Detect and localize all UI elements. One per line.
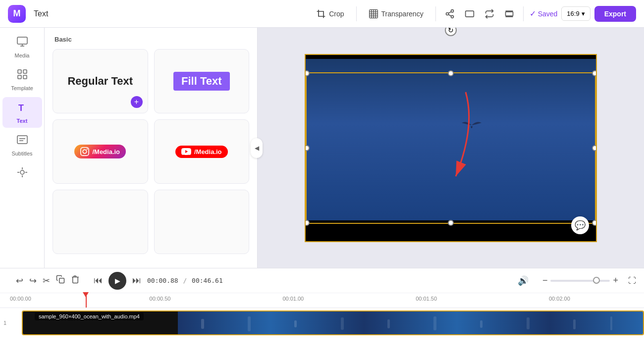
chat-button[interactable]: 💬	[571, 216, 589, 234]
subtitles-icon	[16, 134, 28, 149]
tick-1: 00:00.50	[150, 296, 171, 302]
youtube-badge: /Media.io	[175, 146, 228, 158]
svg-point-27	[20, 170, 24, 174]
undo-button[interactable]: ↩	[16, 275, 23, 286]
aspect-icon-btn[interactable]	[462, 6, 478, 22]
export-button[interactable]: Export	[594, 6, 636, 22]
zoom-in-button[interactable]: +	[613, 275, 618, 286]
text-icon: T	[16, 101, 28, 116]
track-content[interactable]: sample_960×400_ocean_with_audio.mp4	[22, 310, 644, 335]
volume-button[interactable]: 🔊	[518, 275, 529, 286]
copy-button[interactable]	[56, 275, 65, 286]
text-panel: Basic Regular Text + Fill Text /Media.io	[45, 28, 258, 268]
template-label: Template	[11, 85, 33, 91]
empty-text-card-2[interactable]	[154, 190, 250, 254]
handle-top-left[interactable]	[305, 70, 310, 76]
svg-point-7	[451, 9, 453, 12]
handle-mid-right[interactable]	[592, 145, 597, 151]
add-regular-text-button[interactable]: +	[131, 96, 143, 108]
tick-4: 00:02.00	[549, 296, 570, 302]
loop-icon	[484, 9, 494, 19]
play-button[interactable]: ▶	[108, 272, 126, 290]
sidebar-item-template[interactable]: Template	[2, 64, 42, 95]
tick-0: 00:00.00	[10, 296, 31, 302]
svg-rect-21	[18, 75, 21, 79]
canvas-wrapper: ↻	[305, 54, 597, 242]
svg-text:T: T	[18, 103, 24, 113]
handle-bot-center[interactable]	[448, 220, 454, 226]
handle-bot-left[interactable]	[305, 220, 310, 226]
saved-indicator: ✓ Saved	[530, 9, 558, 18]
handle-bot-right[interactable]	[592, 220, 597, 226]
zoom-thumb[interactable]	[593, 277, 600, 284]
svg-point-8	[446, 12, 448, 15]
delete-button[interactable]	[71, 275, 80, 286]
svg-rect-20	[23, 70, 27, 73]
youtube-text-card[interactable]: /Media.io	[154, 119, 250, 184]
svg-line-10	[448, 14, 451, 16]
expand-timeline-button[interactable]: ⛶	[628, 276, 636, 285]
toolbar-tools: Crop Transparency	[310, 6, 636, 22]
bottom-section: ↩ ↪ ✂ ⏮ ▶ ⏭ 00:00.88 / 00:46.61 🔊	[0, 268, 644, 362]
handle-mid-left[interactable]	[305, 145, 310, 151]
instagram-icon	[80, 147, 89, 156]
media-icon	[16, 36, 28, 51]
handle-top-right[interactable]	[592, 70, 597, 76]
cut-button[interactable]: ✂	[43, 275, 50, 286]
playhead-marker	[83, 292, 89, 297]
zoom-controls: − +	[542, 275, 618, 286]
sidebar-item-media[interactable]: Media	[2, 32, 42, 62]
fill-text-label: Fill Text	[173, 72, 230, 91]
transparency-button[interactable]: Transparency	[363, 6, 429, 22]
main-area: Media Template T Text	[0, 28, 644, 268]
canvas-area: ◀ ↻	[258, 28, 644, 268]
playback-bar: ↩ ↪ ✂ ⏮ ▶ ⏭ 00:00.88 / 00:46.61 🔊	[0, 268, 644, 293]
timeline-track: 1 sample_960×400_ocean_with_audio.mp4	[0, 308, 644, 338]
fill-text-card[interactable]: Fill Text	[154, 49, 250, 113]
handle-top-center[interactable]	[448, 70, 454, 76]
playhead[interactable]	[86, 293, 87, 308]
svg-rect-12	[465, 11, 474, 17]
timeline-ruler: 00:00.00 00:00.50 00:01.00 00:01.50 00:0…	[0, 293, 644, 308]
current-time-display: 00:00.88 / 00:46.61	[147, 277, 223, 284]
svg-rect-16	[17, 37, 27, 44]
svg-rect-29	[59, 278, 64, 283]
aspect-icon	[465, 9, 475, 19]
timeline-section: 00:00.00 00:00.50 00:01.00 00:01.50 00:0…	[0, 293, 644, 362]
svg-rect-22	[23, 75, 27, 79]
template-icon	[16, 68, 28, 83]
fit-icon	[504, 9, 514, 19]
sidebar-item-effects[interactable]	[2, 162, 42, 185]
zoom-slider[interactable]	[550, 280, 610, 282]
instagram-text-card[interactable]: /Media.io	[53, 119, 148, 184]
aspect-ratio-selector[interactable]: 16:9 ▾	[561, 6, 590, 21]
share-icon-btn[interactable]	[442, 6, 458, 22]
transparency-icon	[369, 9, 378, 19]
track-number: 1	[0, 320, 10, 326]
share-icon	[445, 9, 455, 19]
rotate-handle[interactable]: ↻	[445, 28, 457, 36]
empty-text-card-1[interactable]	[53, 190, 148, 254]
media-label: Media	[15, 52, 30, 58]
skip-back-button[interactable]: ⏮	[94, 275, 103, 286]
panel-section-header: Basic	[45, 28, 257, 49]
sidebar-item-subtitles[interactable]: Subtitles	[2, 130, 42, 160]
text-label: Text	[17, 118, 28, 124]
collapse-panel-button[interactable]: ◀	[251, 138, 263, 158]
page-title: Text	[34, 9, 48, 18]
video-canvas	[305, 54, 597, 242]
zoom-out-button[interactable]: −	[542, 275, 548, 286]
redo-button[interactable]: ↪	[29, 275, 37, 286]
fit-icon-btn[interactable]	[501, 6, 517, 22]
subtitles-label: Subtitles	[11, 151, 32, 156]
svg-rect-19	[18, 70, 21, 73]
svg-line-11	[448, 11, 451, 13]
regular-text-card[interactable]: Regular Text +	[53, 49, 148, 113]
svg-rect-24	[17, 136, 27, 144]
instagram-badge: /Media.io	[74, 145, 126, 158]
skip-forward-button[interactable]: ⏭	[132, 275, 141, 286]
crop-button[interactable]: Crop	[310, 6, 350, 22]
loop-icon-btn[interactable]	[482, 6, 497, 22]
sidebar-item-text[interactable]: T Text	[2, 97, 42, 128]
svg-point-9	[451, 15, 453, 18]
